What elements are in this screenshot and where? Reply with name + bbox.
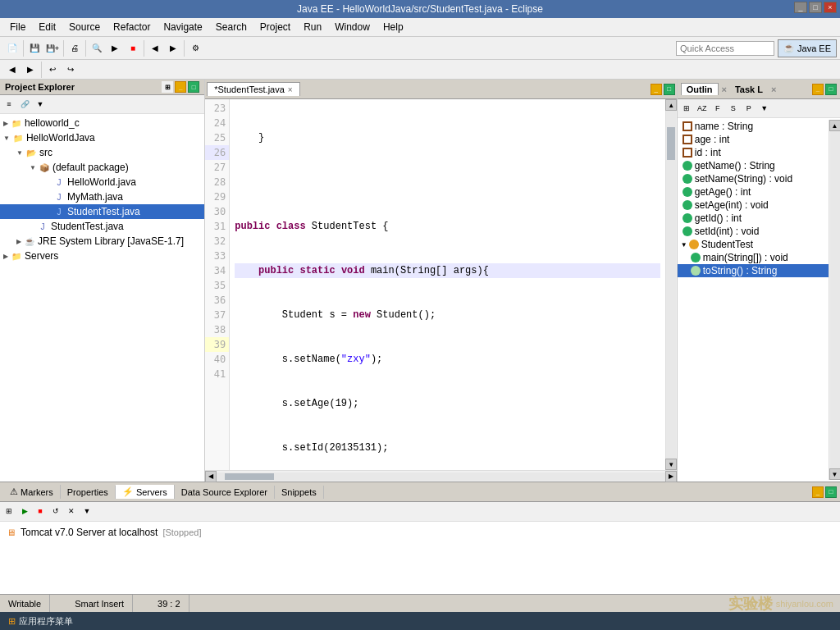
server-stop-btn[interactable]: ■ [33,504,48,518]
menu-edit[interactable]: Edit [32,20,62,34]
code-scrollbar[interactable]: ▲ ▼ [665,99,677,470]
forward-btn[interactable]: ▶ [164,39,182,57]
tab-datasource[interactable]: Data Source Explorer [175,486,275,499]
debug-btn[interactable]: 🔍 [88,39,106,57]
outline-scroll-up[interactable]: ▲ [829,120,841,131]
pe-menu-btn[interactable]: ▼ [33,97,48,112]
tree-item-studenttest-root[interactable]: ▶ J StudentTest.java [0,219,204,234]
scroll-left-btn[interactable]: ◀ [205,471,217,482]
tab-outline[interactable]: Outlin [681,83,719,95]
server-new-btn[interactable]: ⊞ [2,504,16,518]
editor-tab-studenttest[interactable]: *StudentTest.java × [207,82,299,96]
save-all-btn[interactable]: 💾+ [43,39,62,57]
outline-collapse-btn[interactable]: ⊞ [679,101,694,116]
outline-controls[interactable]: _ □ [812,84,837,95]
run-btn[interactable]: ▶ [106,39,124,57]
back-btn[interactable]: ◀ [146,39,164,57]
outline-method-setage[interactable]: setAge(int) : void [678,199,829,212]
code-hscrollbar[interactable]: ◀ ▶ [205,470,677,482]
undo-btn[interactable]: ↩ [43,61,62,79]
outline-scroll-down[interactable]: ▼ [829,468,841,480]
app-menu-bar[interactable]: ⊞ 应用程序菜单 [0,612,840,630]
restore-btn[interactable]: □ [809,2,822,13]
tab-servers[interactable]: ⚡ Servers [116,485,175,499]
tree-item-studenttest-selected[interactable]: ▶ J StudentTest.java [0,204,204,219]
quick-access-input[interactable] [676,41,774,56]
settings-btn[interactable]: ⚙ [186,39,204,57]
next-edit-btn[interactable]: ▶ [21,61,39,79]
menu-search[interactable]: Search [209,20,253,34]
outline-method-getid[interactable]: getId() : int [678,212,829,225]
server-menu-btn[interactable]: ▼ [80,504,94,518]
pe-maximize-btn[interactable]: □ [188,81,199,93]
outline-method-setname[interactable]: setName(String) : void [678,172,829,185]
server-start-btn[interactable]: ▶ [17,504,32,518]
outline-method-setid[interactable]: setId(int) : void [678,225,829,238]
outline-scrollbar[interactable]: ▲ ▼ [829,120,840,480]
redo-btn[interactable]: ↪ [62,61,80,79]
menu-run[interactable]: Run [297,20,328,34]
menu-navigate[interactable]: Navigate [157,20,208,34]
scroll-right-btn[interactable]: ▶ [665,471,677,482]
server-tomcat[interactable]: 🖥 Tomcat v7.0 Server at localhost [Stopp… [3,525,837,540]
pe-minimize-btn[interactable]: _ [175,81,186,93]
outline-minimize-btn[interactable]: _ [812,84,824,95]
bottom-maximize-btn[interactable]: □ [825,486,837,498]
outline-static-btn[interactable]: S [726,101,741,116]
close-btn[interactable]: × [824,2,837,13]
outline-method-tostring[interactable]: toString() : String [678,264,829,277]
menu-file[interactable]: File [3,20,32,34]
hscroll-thumb[interactable] [225,473,274,480]
hscroll-track[interactable] [217,472,665,481]
scroll-up-btn[interactable]: ▲ [665,99,677,111]
outline-sort-btn[interactable]: AZ [695,101,710,116]
prev-edit-btn[interactable]: ◀ [3,61,21,79]
outline-class-studenttest[interactable]: ▼ StudentTest [678,238,829,251]
tree-item-mymath[interactable]: ▶ J MyMath.java [0,189,204,204]
menu-window[interactable]: Window [328,20,377,34]
tab-close-btn[interactable]: × [288,85,293,94]
save-btn[interactable]: 💾 [25,39,43,57]
stop-btn[interactable]: ■ [124,39,142,57]
tree-item-helloworld_c[interactable]: ▶ 📁 helloworld_c [0,116,204,130]
tab-properties[interactable]: Properties [61,486,116,499]
minimize-btn[interactable]: _ [794,2,807,13]
editor-controls[interactable]: _ □ [651,84,675,95]
outline-method-main[interactable]: main(String[]) : void [678,251,829,264]
pe-link-btn[interactable]: 🔗 [17,97,32,112]
tree-item-default-pkg[interactable]: ▼ 📦 (default package) [0,160,204,175]
outline-method-getage[interactable]: getAge() : int [678,185,829,199]
pe-collapse-btn[interactable]: ≡ [2,97,16,112]
project-explorer-controls[interactable]: ⊞ _ □ [162,81,199,93]
server-delete-btn[interactable]: ✕ [64,504,79,518]
new-btn[interactable]: 📄 [3,39,21,57]
tab-snippets[interactable]: Snippets [275,486,324,499]
window-controls[interactable]: _ □ × [794,2,837,13]
tree-item-servers[interactable]: ▶ 📁 Servers [0,249,204,263]
print-btn[interactable]: 🖨 [66,39,84,57]
tree-item-helloworld-java-file[interactable]: ▶ J HelloWorld.java [0,175,204,189]
outline-field-age[interactable]: age : int [678,133,829,146]
menu-refactor[interactable]: Refactor [107,20,157,34]
outline-method-getname[interactable]: getName() : String [678,159,829,172]
bottom-minimize-btn[interactable]: _ [812,486,824,498]
menu-source[interactable]: Source [62,20,107,34]
pe-toolbar-btn[interactable]: ⊞ [162,81,173,93]
outline-field-id[interactable]: id : int [678,146,829,159]
menu-project[interactable]: Project [253,20,297,34]
code-text-area[interactable]: } public class StudentTest { public stat… [230,99,665,470]
scroll-track[interactable] [666,111,676,459]
outline-field-name[interactable]: name : String [678,120,829,133]
tree-item-src[interactable]: ▼ 📂 src [0,145,204,160]
bottom-panel-controls[interactable]: _ □ [812,486,837,498]
outline-pub-btn[interactable]: P [742,101,756,116]
perspective-java-ee[interactable]: ☕ Java EE [778,39,837,57]
outline-maximize-btn[interactable]: □ [825,84,837,95]
scroll-thumb[interactable] [667,127,675,160]
editor-minimize-btn[interactable]: _ [651,84,662,95]
server-restart-btn[interactable]: ↺ [48,504,63,518]
tab-task-list[interactable]: Task L [730,84,768,95]
tree-item-jre[interactable]: ▶ ☕ JRE System Library [JavaSE-1.7] [0,234,204,249]
tree-item-helloworld-java[interactable]: ▼ 📁 HelloWorldJava [0,130,204,145]
scroll-down-btn[interactable]: ▼ [665,459,677,470]
